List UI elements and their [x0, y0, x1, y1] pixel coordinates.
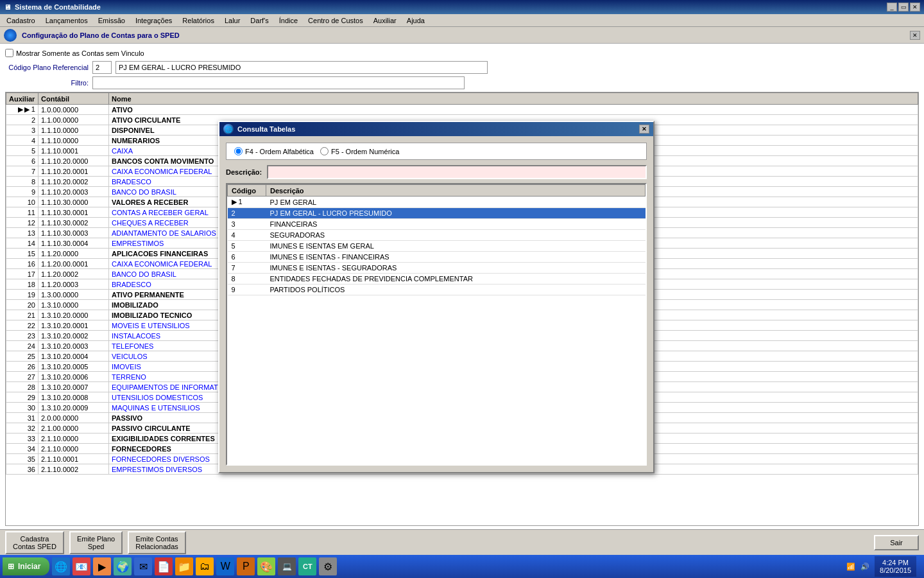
modal-table-row[interactable]: 2PJ EM GERAL - LUCRO PRESUMIDO: [228, 208, 646, 219]
modal-consulta-tabelas: 🌐 Consulta Tabelas ✕ F4 - Ordem Alfabéti…: [218, 121, 654, 473]
modal-table-row[interactable]: 6IMUNES E ISENTAS - FINANCEIRAS: [228, 252, 646, 263]
modal-table-wrapper: Código Descrição ▶ 1PJ EM GERAL2PJ EM GE…: [226, 183, 647, 466]
btn-cadastra-contas[interactable]: CadastraContas SPED: [5, 531, 64, 554]
taskbar-icon-ie[interactable]: 🌐: [52, 557, 70, 575]
globe-icon: [4, 29, 17, 42]
menu-emissao[interactable]: Emissão: [94, 15, 129, 26]
menu-centrocustos[interactable]: Centro de Custos: [304, 15, 367, 26]
plano-input[interactable]: [116, 61, 488, 74]
start-button[interactable]: ⊞ Iniciar: [3, 557, 49, 575]
modal-table-row[interactable]: 8ENTIDADES FECHADAS DE PREVIDENCIA COMPL…: [228, 274, 646, 285]
filtro-label: Filtro:: [5, 79, 89, 87]
menu-ajuda[interactable]: Ajuda: [403, 15, 429, 26]
radio-f5-label: F5 - Ordem Numérica: [331, 148, 399, 155]
cell-contabil: 1.1.10.0000: [38, 125, 109, 136]
sub-toolbar: Configuração do Plano de Contas para o S…: [0, 27, 924, 44]
modal-table: Código Descrição ▶ 1PJ EM GERAL2PJ EM GE…: [227, 184, 646, 295]
sub-toolbar-close-button[interactable]: ✕: [910, 31, 920, 40]
cell-nome: ATIVO: [109, 105, 918, 115]
taskbar-icon-mail[interactable]: 📧: [73, 557, 90, 575]
modal-table-row[interactable]: ▶ 1PJ EM GERAL: [228, 197, 646, 208]
sub-toolbar-title: Configuração do Plano de Contas para o S…: [22, 31, 180, 39]
taskbar-icon-outlook[interactable]: ✉: [134, 557, 152, 575]
restore-button[interactable]: ▭: [898, 3, 909, 12]
menu-auxiliar[interactable]: Auxiliar: [370, 15, 400, 26]
cell-contabil: 2.1.10.0002: [38, 464, 109, 475]
radio-option-f4[interactable]: F4 - Ordem Alfabética: [234, 147, 314, 155]
cell-contabil: 1.1.10.30.0001: [38, 207, 109, 218]
cell-contabil: 1.1.10.20.0000: [38, 156, 109, 166]
taskbar-right: 📶 🔊 4:24 PM 8/20/2015: [846, 556, 921, 577]
menu-cadastro[interactable]: Cadastro: [3, 15, 39, 26]
taskbar-icon-chrome[interactable]: 🌍: [114, 557, 132, 575]
table-row[interactable]: ▶ 11.0.00.0000ATIVO: [6, 105, 918, 115]
cell-contabil: 1.1.00.0000: [38, 115, 109, 125]
menu-darfs[interactable]: Darf's: [246, 15, 272, 26]
cell-contabil: 1.1.20.0002: [38, 269, 109, 279]
modal-table-row[interactable]: 5IMUNES E ISENTAS EM GERAL: [228, 241, 646, 252]
cell-contabil: 1.3.10.20.0006: [38, 372, 109, 382]
modal-cell-descricao: ENTIDADES FECHADAS DE PREVIDENCIA COMPLE…: [266, 274, 646, 285]
taskbar-icon-folder[interactable]: 📁: [175, 557, 193, 575]
menu-relatorios[interactable]: Relatórios: [178, 15, 218, 26]
cell-contabil: 1.3.10.20.0004: [38, 351, 109, 362]
btn-emite-contas[interactable]: Emite ContasRelacionadas: [128, 531, 186, 554]
radio-f4-input[interactable]: [234, 147, 243, 155]
modal-table-row[interactable]: 9PARTIDOS POLÍTICOS: [228, 285, 646, 295]
btn-sair[interactable]: Sair: [874, 535, 919, 550]
cell-contabil: 1.1.10.20.0003: [38, 187, 109, 197]
minimize-button[interactable]: _: [887, 3, 897, 12]
app-title: Sistema de Contabilidade: [15, 3, 101, 11]
taskbar-icon-media[interactable]: ▶: [93, 557, 111, 575]
col-header-auxiliar: Auxiliar: [6, 93, 38, 105]
cell-contabil: 1.3.10.20.0007: [38, 382, 109, 392]
modal-desc-row: Descrição:: [226, 165, 647, 179]
modal-table-row[interactable]: 4SEGURADORAS: [228, 230, 646, 241]
taskbar-icon-word[interactable]: W: [216, 557, 234, 575]
modal-globe-icon: 🌐: [223, 124, 234, 134]
modal-table-row[interactable]: 3FINANCEIRAS: [228, 219, 646, 230]
cell-contabil: 1.1.10.20.0001: [38, 166, 109, 177]
close-button[interactable]: ✕: [910, 3, 920, 12]
menu-bar: Cadastro Lançamentos Emissão Integrações…: [0, 14, 924, 27]
cell-contabil: 2.0.00.0000: [38, 413, 109, 423]
taskbar-icon-app1[interactable]: 💻: [278, 557, 296, 575]
taskbar-icon-explorer[interactable]: 🗂: [196, 557, 214, 575]
codigo-num-input[interactable]: [92, 61, 112, 74]
modal-table-row[interactable]: 7IMUNES E ISENTAS - SEGURADORAS: [228, 263, 646, 274]
menu-lancamentos[interactable]: Lançamentos: [42, 15, 92, 26]
modal-cell-descricao: PARTIDOS POLÍTICOS: [266, 285, 646, 295]
cell-contabil: 1.1.10.0000: [38, 136, 109, 146]
taskbar-icon-paint[interactable]: 🎨: [257, 557, 275, 575]
taskbar-icon-powerpoint[interactable]: P: [237, 557, 255, 575]
modal-title-left: 🌐 Consulta Tabelas: [223, 124, 295, 134]
taskbar-icon-settings[interactable]: ⚙: [319, 557, 337, 575]
menu-integracoes[interactable]: Integrações: [132, 15, 176, 26]
date: 8/20/2015: [880, 566, 911, 574]
radio-option-f5[interactable]: F5 - Ordem Numérica: [320, 147, 399, 155]
modal-cell-codigo: 9: [228, 285, 266, 295]
title-bar: 🖥 Sistema de Contabilidade _ ▭ ✕: [0, 0, 924, 14]
taskbar-icon-contab[interactable]: CT: [298, 557, 316, 575]
btn-emite-plano[interactable]: Emite PlanoSped: [69, 531, 123, 554]
radio-f5-input[interactable]: [320, 147, 329, 155]
col-header-contabil: Contábil: [38, 93, 109, 105]
modal-cell-codigo: 6: [228, 252, 266, 263]
cell-contabil: 1.1.10.0001: [38, 146, 109, 156]
modal-body: F4 - Ordem Alfabética F5 - Ordem Numéric…: [219, 136, 653, 472]
bottom-bar: CadastraContas SPED Emite PlanoSped Emit…: [0, 529, 924, 555]
form-row-filtro: Filtro:: [5, 76, 919, 89]
menu-lalur[interactable]: Lalur: [221, 15, 244, 26]
checkbox-mostrar[interactable]: Mostrar Somente as Contas sem Vinculo: [5, 49, 144, 57]
cell-contabil: 1.1.10.20.0002: [38, 177, 109, 187]
modal-title-bar: 🌐 Consulta Tabelas ✕: [219, 122, 653, 136]
menu-indice[interactable]: Índice: [275, 15, 302, 26]
taskbar-icon-pdf[interactable]: 📄: [155, 557, 173, 575]
modal-desc-input[interactable]: [267, 165, 647, 179]
filtro-input[interactable]: [92, 76, 465, 89]
cell-contabil: 1.3.10.20.0008: [38, 392, 109, 403]
cell-contabil: 1.3.10.20.0002: [38, 331, 109, 341]
checkbox-input[interactable]: [5, 49, 13, 57]
modal-close-button[interactable]: ✕: [639, 125, 649, 134]
checkbox-text: Mostrar Somente as Contas sem Vinculo: [16, 49, 144, 57]
